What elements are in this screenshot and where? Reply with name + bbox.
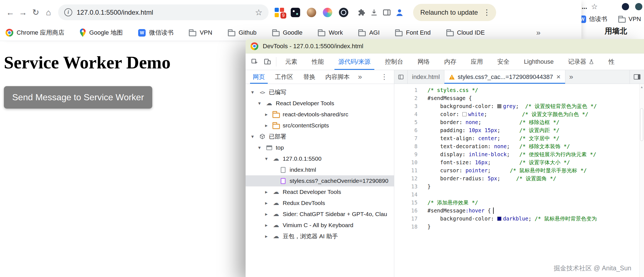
disclosure-down-icon[interactable]: ▾ <box>263 156 269 162</box>
avatar-extension-icon[interactable] <box>307 8 316 17</box>
devtools-tab[interactable]: 源代码/来源 <box>332 53 377 70</box>
code-line[interactable]: #sendMessage { <box>427 94 644 102</box>
bookmark-star-icon[interactable]: ☆ <box>255 7 262 17</box>
devtools-tab[interactable]: 应用 <box>464 53 490 70</box>
devtools-titlebar[interactable]: DevTools - 127.0.0.1:5500/index.html <box>246 39 644 53</box>
tree-item[interactable]: ▾☁React Developer Tools <box>246 98 394 109</box>
profile-icon[interactable] <box>393 6 406 19</box>
code-line[interactable]: display: inline-block; /* 使按钮展示为行内块元素 */ <box>427 150 644 158</box>
tree-item[interactable]: ▾☁127.0.0.1:5500 <box>246 153 394 164</box>
tree-item[interactable]: ▸react-devtools-shared/src <box>246 109 394 120</box>
more-tabs-icon[interactable]: » <box>355 70 365 84</box>
code-line[interactable]: font-size: 16px; /* 设置字体大小 */ <box>427 158 644 166</box>
code-line[interactable]: #sendMessage:hover { <box>427 207 644 215</box>
code-line[interactable] <box>427 191 644 199</box>
disclosure-down-icon[interactable]: ▾ <box>249 89 256 95</box>
code-line[interactable]: text-decoration: none; /* 移除文本装饰 */ <box>427 142 644 150</box>
disclosure-right-icon[interactable]: ▸ <box>263 233 269 239</box>
close-icon[interactable]: × <box>557 73 561 81</box>
disclosure-right-icon[interactable]: ▸ <box>263 122 269 129</box>
relaunch-to-update-button[interactable]: Relaunch to update ⋮ <box>413 4 496 21</box>
tree-item[interactable]: ▾已部署 <box>246 131 394 142</box>
url-text[interactable]: 127.0.0.1:5500/index.html <box>77 9 251 16</box>
tree-item[interactable]: ▾<>已编写 <box>246 87 394 98</box>
browser-menu-icon[interactable]: ⋮ <box>483 8 491 17</box>
devtools-tab[interactable]: 网络 <box>411 53 436 70</box>
code-line[interactable]: background-color: grey; /* 设置按钮背景色为蓝色 */ <box>427 102 644 110</box>
tree-item[interactable]: ▸☁Vimium C - All by Keyboard <box>246 220 394 231</box>
code-line[interactable]: background-color: darkblue; /* 鼠标悬停时背景色变… <box>427 215 644 223</box>
bookmark-item[interactable]: Work <box>318 29 343 36</box>
device-toolbar-icon[interactable] <box>261 55 274 68</box>
disclosure-right-icon[interactable]: ▸ <box>263 222 269 228</box>
tree-item[interactable]: index.html <box>246 164 394 175</box>
avatar[interactable] <box>622 3 629 10</box>
toggle-navigator-icon[interactable] <box>394 70 408 84</box>
navigator-tab[interactable]: 替换 <box>298 70 320 84</box>
bookmark-item[interactable]: Cloud IDE <box>446 29 485 36</box>
code-line[interactable]: color: white; /* 设置文字颜色为白色 */ <box>427 110 644 118</box>
bookmarks-overflow-icon[interactable]: » <box>536 28 541 37</box>
code-line[interactable]: border: none; /* 移除边框 */ <box>427 118 644 126</box>
bookmark-item[interactable]: AGI <box>358 29 380 36</box>
devtools-tab[interactable]: 控制台 <box>378 53 410 70</box>
tree-item[interactable]: ▸☁React Developer Tools <box>246 186 394 198</box>
color-swatch[interactable] <box>497 217 501 221</box>
bookmark-star-icon[interactable]: ☆ <box>591 2 598 11</box>
navigator-menu-icon[interactable]: ⋮ <box>377 70 392 84</box>
bookmark-item[interactable]: W微信读书 <box>138 29 173 37</box>
bookmark-item[interactable]: Github <box>228 29 257 36</box>
code-line[interactable]: /* 添加悬停效果 */ <box>427 199 644 207</box>
code-line[interactable]: text-align: center; /* 文字居中 */ <box>427 134 644 142</box>
disclosure-down-icon[interactable]: ▾ <box>256 100 262 106</box>
more-editor-tabs-icon[interactable]: » <box>565 70 577 84</box>
color-swatch[interactable] <box>497 104 501 108</box>
bookmark-item[interactable]: W信读书 <box>579 15 607 23</box>
grid-extension-icon[interactable]: 9 <box>275 8 284 17</box>
navigator-tab[interactable]: 内容脚本 <box>320 70 355 84</box>
downloads-icon[interactable] <box>368 6 380 19</box>
code-line[interactable]: padding: 10px 15px; /* 设置内距 */ <box>427 126 644 134</box>
bookmark-item[interactable]: Google 地图 <box>80 29 123 37</box>
scroll-up-icon[interactable]: ▲ <box>640 85 644 89</box>
address-bar[interactable]: i 127.0.0.1:5500/index.html ☆ <box>58 4 269 20</box>
inspect-element-icon[interactable] <box>248 55 261 68</box>
site-info-icon[interactable]: i <box>64 8 72 16</box>
code-line[interactable]: } <box>427 223 644 231</box>
tree-item[interactable]: ▾top <box>246 142 394 153</box>
tree-item[interactable]: ▸☁Sider: ChatGPT Sidebar + GPT-4o, Clau <box>246 209 394 220</box>
bookmark-item[interactable]: Chrome 应用商店 <box>6 29 64 37</box>
bookmark-item[interactable]: Goodle <box>272 29 303 36</box>
bookmark-item[interactable]: VPN <box>618 16 641 23</box>
editor-tab[interactable]: index.html <box>408 70 444 84</box>
disclosure-right-icon[interactable]: ▸ <box>263 189 269 195</box>
avatar[interactable] <box>635 3 642 10</box>
tree-item[interactable]: ▸☁Redux DevTools <box>246 198 394 209</box>
reload-button[interactable]: ↻ <box>29 6 42 19</box>
send-message-button[interactable]: Send Message to Service Worker <box>4 86 152 109</box>
ring-extension-icon[interactable] <box>339 8 348 17</box>
scrollbar-thumb[interactable] <box>640 108 643 141</box>
devtools-tab[interactable]: 性能 <box>305 53 331 70</box>
editor-scrollbar[interactable]: ▲ <box>639 84 644 277</box>
tree-item[interactable]: ▸☁豆包，浏览器 AI 助手 <box>246 231 394 242</box>
home-button[interactable]: ⌂ <box>42 6 55 19</box>
disclosure-right-icon[interactable]: ▸ <box>263 111 269 117</box>
code-line[interactable]: /* styles.css */ <box>427 86 644 94</box>
code-lines[interactable]: /* styles.css */#sendMessage { backgroun… <box>424 84 644 277</box>
puzzle-extensions-icon[interactable] <box>355 6 368 19</box>
pinwheel-extension-icon[interactable] <box>323 8 332 17</box>
editor-tab[interactable]: styles.css?_cac...=1729089044387× <box>444 70 565 84</box>
tree-item[interactable]: ▸src/contentScripts <box>246 120 394 131</box>
disclosure-right-icon[interactable]: ▸ <box>263 200 269 206</box>
code-line[interactable]: cursor: pointer; /* 鼠标悬停时显示手形光标 */ <box>427 166 644 175</box>
devtools-tab[interactable]: Lighthouse <box>517 53 560 70</box>
devtools-tab[interactable]: 内存 <box>437 53 463 70</box>
navigator-tab[interactable]: 网页 <box>248 70 270 84</box>
disclosure-down-icon[interactable]: ▾ <box>249 134 256 140</box>
color-swatch[interactable] <box>462 112 467 116</box>
code-line[interactable]: border-radius: 5px; /* 设置圆角 */ <box>427 175 644 183</box>
disclosure-down-icon[interactable]: ▾ <box>256 145 262 151</box>
disclosure-right-icon[interactable]: ▸ <box>263 211 269 217</box>
forward-button[interactable]: → <box>17 6 29 19</box>
